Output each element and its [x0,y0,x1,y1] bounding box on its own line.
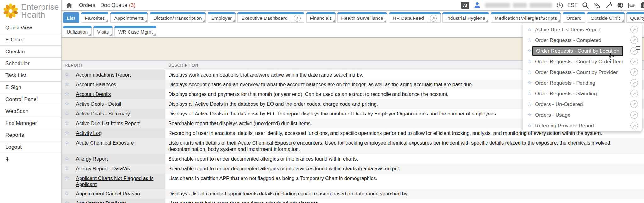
favorite-star-icon[interactable] [527,59,532,64]
favorite-star-icon[interactable] [64,191,69,197]
sidebar-item[interactable]: Checkin [0,46,61,58]
tab[interactable]: Quality of Care [626,12,644,23]
report-link[interactable]: Account Details [76,91,111,97]
report-link[interactable]: Account Balances [76,82,116,88]
menu-item[interactable]: Orders - Un-Ordered [523,99,642,110]
report-link[interactable]: Applicant Charts Not Flagged as Is Appli… [76,175,163,187]
external-link-icon[interactable] [630,90,638,97]
tab[interactable]: Health Surveillance [337,12,387,23]
sidebar-item[interactable]: Task List [0,70,61,82]
external-link-icon[interactable] [630,111,638,119]
report-link[interactable]: Appointment Duplicate [76,200,126,203]
menu-item-label[interactable]: Orders - Usage [535,112,570,118]
report-link[interactable]: Appointment Cancel Reason [76,191,140,197]
favorite-star-icon[interactable] [527,112,532,118]
favorite-star-icon[interactable] [527,27,532,32]
external-link-icon[interactable] [630,36,638,44]
menu-item[interactable]: Order Requests - Count by Provider [523,67,642,77]
tab[interactable]: Dictation/Transcription [150,12,206,23]
magic-wand-icon[interactable] [605,2,613,9]
report-link[interactable]: Allergy Report [76,156,108,162]
favorite-star-icon[interactable] [64,166,69,172]
menu-item[interactable]: Order Requests - Pending [523,77,642,88]
external-link-icon[interactable] [630,79,638,87]
menu-item[interactable]: Referring Provider Report [523,120,642,131]
menu-item-label[interactable]: Referring Provider Report [535,123,594,129]
favorite-star-icon[interactable] [527,69,532,75]
menu-item-label[interactable]: Orders - Un-Ordered [535,101,583,107]
keyboard-icon[interactable] [628,2,636,8]
tab[interactable]: Visits [93,26,113,36]
favorite-star-icon[interactable] [64,101,69,107]
report-link[interactable]: Allergy Report - DataVis [76,166,130,172]
tab[interactable]: Medications/Allergies/Scripts [491,12,561,23]
tab[interactable]: List [63,12,79,23]
globe-icon[interactable] [617,2,624,9]
menu-item-label[interactable]: Order Requests - Standing [535,91,597,97]
sidebar-item[interactable]: Fax Manager [0,117,61,129]
favorite-star-icon[interactable] [527,101,532,107]
report-link[interactable]: Active Deals - Summary [76,111,130,117]
external-link-icon[interactable] [630,68,638,76]
favorite-star-icon[interactable] [64,72,69,78]
favorite-star-icon[interactable] [527,37,532,43]
sidebar-item[interactable]: Control Panel [0,93,61,105]
tab[interactable]: Industrial Hygiene [442,12,489,23]
favorite-star-icon[interactable] [64,140,69,146]
sidebar-item[interactable]: Reports [0,129,61,141]
column-header-report[interactable]: REPORT [62,63,165,67]
menu-item-label[interactable]: Order Requests - Count by Provider [535,69,618,75]
favorite-star-icon[interactable] [527,80,532,86]
menu-item[interactable]: Order Requests - Completed [523,35,642,45]
tab[interactable]: Outside Clinic [587,12,625,23]
tab[interactable]: Financials [306,12,336,23]
table-grip-icon[interactable] [636,46,640,50]
breadcrumb-doc-queue[interactable]: Doc Queue [100,2,127,8]
favorite-star-icon[interactable] [64,156,69,162]
sidebar-item[interactable]: Logout [0,141,61,153]
favorite-star-icon[interactable] [64,91,69,97]
menu-item[interactable]: Order Requests - Count by Location [523,45,642,56]
ai-badge[interactable]: AI [461,2,469,9]
menu-item[interactable]: Order Requests - Standing [523,88,642,99]
external-link-icon[interactable] [630,122,638,129]
report-link[interactable]: Acute Chemical Exposure [76,140,134,146]
clock-icon[interactable] [556,2,563,9]
report-link[interactable]: Accommodations Report [76,72,131,78]
external-link-icon[interactable] [430,15,437,22]
pushpin-icon[interactable] [5,157,10,162]
favorite-star-icon[interactable] [64,120,69,126]
external-link-icon[interactable] [630,58,638,65]
tab[interactable]: Employer [208,12,236,23]
tab[interactable]: Executive Dashboard [237,12,304,23]
tab[interactable]: HR Data Feed [389,12,441,23]
favorite-star-icon[interactable] [64,200,69,203]
search-icon[interactable] [582,2,589,9]
help-icon[interactable]: ? [640,2,644,9]
menu-item[interactable]: Orders - Usage [523,110,642,120]
favorite-star-icon[interactable] [64,175,69,181]
sidebar-item[interactable]: Scheduler [0,58,61,70]
sidebar-item[interactable]: E-Chart [0,34,61,46]
report-link[interactable]: Active Due List Items Report [76,120,140,126]
favorite-star-icon[interactable] [527,48,532,54]
tab[interactable]: Orders [563,12,585,23]
report-link[interactable]: Activity Log [76,130,102,136]
sidebar-item[interactable]: E-Sign [0,82,61,93]
tab[interactable]: Favorites [81,12,109,23]
menu-item[interactable]: Active Due List Items Report [523,24,642,35]
home-icon[interactable] [66,2,73,8]
menu-item[interactable]: Order Requests - Count by Order Item [523,56,642,67]
favorite-star-icon[interactable] [527,123,532,128]
menu-item-label[interactable]: Active Due List Items Report [535,27,601,33]
report-link[interactable]: Active Deals - Detail [76,101,121,107]
external-link-icon[interactable] [630,100,638,108]
tab[interactable]: WR Case Mgmt [114,26,156,36]
breadcrumb-orders[interactable]: Orders [79,2,95,8]
user-icon[interactable] [474,2,481,9]
tab[interactable]: Appointments [110,12,148,23]
menu-item-label[interactable]: Order Requests - Completed [535,37,601,43]
link-icon[interactable] [593,2,601,9]
sidebar-item[interactable]: WebScan [0,105,61,117]
tab[interactable]: Utilization [63,26,92,36]
